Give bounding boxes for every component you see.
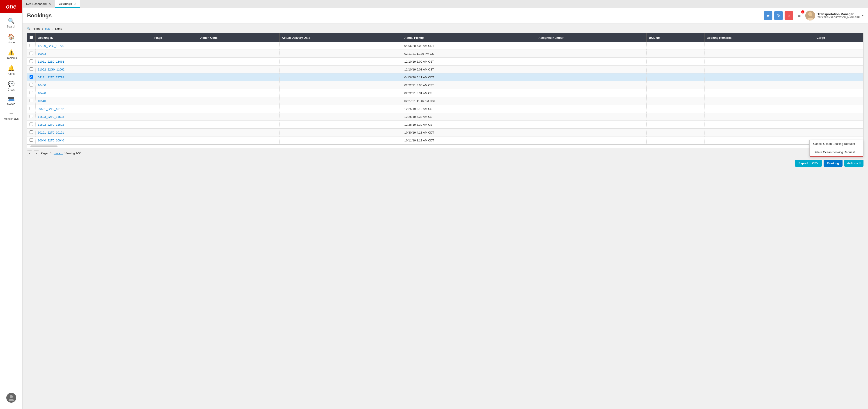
next-page-button[interactable]: › <box>34 150 39 156</box>
sidebar-item-problems[interactable]: ⚠️ Problems <box>0 46 22 62</box>
booking-id-link[interactable]: 39531_22T0_43152 <box>38 107 64 111</box>
sidebar-item-search[interactable]: 🔍 Search <box>0 15 22 31</box>
table-row[interactable]: 12700_22B0_12700 04/06/20 5.02 AM CDT <box>27 42 863 50</box>
row-checkbox-cell <box>27 50 35 58</box>
user-dropdown-arrow[interactable]: ▾ <box>862 14 864 17</box>
row-checkbox[interactable] <box>30 99 33 102</box>
page-title: Bookings <box>27 12 764 19</box>
filters-edit-link[interactable]: edit <box>45 27 50 30</box>
cargo-cell <box>814 89 863 97</box>
assigned-number-cell <box>536 58 647 66</box>
row-checkbox[interactable] <box>30 75 33 78</box>
horizontal-scrollbar[interactable] <box>27 145 864 148</box>
table-row[interactable]: 10083 02/11/21 11.36 PM CST <box>27 50 863 58</box>
sidebar-item-menus[interactable]: ☰ Menus/Favs <box>0 108 22 123</box>
row-checkbox[interactable] <box>30 52 33 55</box>
row-checkbox[interactable] <box>30 107 33 110</box>
table-row[interactable]: 10400 02/22/21 3.06 AM CST <box>27 81 863 89</box>
tab-close-neo-dashboard[interactable]: ✕ <box>49 2 51 6</box>
booking-id-link[interactable]: 11502_22T0_11502 <box>38 123 64 126</box>
row-checkbox[interactable] <box>30 91 33 94</box>
action-bar: Cancel Ocean Booking Request Delete Ocea… <box>27 158 864 168</box>
row-checkbox-cell <box>27 73 35 81</box>
sidebar-item-avatar[interactable] <box>0 390 22 407</box>
table-row[interactable]: 64131_22T0_73799 04/06/20 5.11 AM CDT <box>27 73 863 81</box>
actual-delivery-date-cell <box>279 58 402 66</box>
svg-marker-2 <box>13 97 14 99</box>
content-area: 🔍 Filters (edit): None Booking ID Flags … <box>23 24 868 409</box>
row-checkbox[interactable] <box>30 83 33 87</box>
table-row[interactable]: 10040_22T0_10040 10/11/19 1.13 AM CDT <box>27 136 863 144</box>
booking-id-link[interactable]: 11503_22T0_11503 <box>38 115 64 118</box>
actual-pickup-cell: 02/22/21 3.06 AM CST <box>402 81 536 89</box>
booking-id-link[interactable]: 10083 <box>38 52 46 56</box>
star-button[interactable]: ★ <box>764 11 772 20</box>
booking-id-cell: 11062_22G0_11062 <box>35 66 152 73</box>
delete-ocean-booking-item[interactable]: Delete Ocean Booking Request <box>810 148 863 157</box>
action-code-cell <box>198 89 280 97</box>
notification-badge: 1 <box>801 10 804 13</box>
booking-id-cell: 10083 <box>35 50 152 58</box>
booking-id-link[interactable]: 10040_22T0_10040 <box>38 139 64 142</box>
booking-id-link[interactable]: 11062_22G0_11062 <box>38 68 65 71</box>
app-logo[interactable]: one <box>0 0 22 13</box>
sidebar-item-switch[interactable]: Switch <box>0 94 22 108</box>
svg-point-9 <box>808 12 812 16</box>
row-checkbox[interactable] <box>30 130 33 134</box>
booking-id-link[interactable]: 10400 <box>38 83 46 87</box>
close-button[interactable]: ✕ <box>784 11 793 20</box>
booking-id-link[interactable]: 10540 <box>38 99 46 103</box>
row-checkbox-cell <box>27 121 35 129</box>
booking-id-link[interactable]: 64131_22T0_73799 <box>38 76 64 79</box>
actual-pickup-cell: 02/22/21 3.31 AM CST <box>402 89 536 97</box>
booking-id-cell: 11503_22T0_11503 <box>35 113 152 121</box>
action-code-cell <box>198 73 280 81</box>
sidebar-item-chats[interactable]: 💬 Chats <box>0 78 22 94</box>
prev-page-button[interactable]: ‹ <box>27 150 32 156</box>
row-checkbox[interactable] <box>30 60 33 63</box>
actual-pickup-cell: 12/25/19 3.39 AM CST <box>402 121 536 129</box>
user-info[interactable]: Transportation Manager TMS.TRANSPORTATIO… <box>805 10 864 21</box>
sidebar-item-alerts[interactable]: 🔔 Alerts <box>0 62 22 78</box>
bol-no-cell <box>647 66 704 73</box>
col-header-checkbox <box>27 33 35 42</box>
row-checkbox[interactable] <box>30 67 33 71</box>
tab-bookings[interactable]: Bookings ✕ <box>55 0 80 8</box>
row-checkbox[interactable] <box>30 44 33 47</box>
row-checkbox[interactable] <box>30 123 33 126</box>
actions-button[interactable]: Actions ▾ <box>844 160 864 167</box>
actual-delivery-date-cell <box>279 66 402 73</box>
table-row[interactable]: 10191_22T0_10191 10/30/19 4.13 AM CDT <box>27 129 863 136</box>
table-row[interactable]: 39531_22T0_43152 12/25/19 3.10 AM CST <box>27 105 863 113</box>
table-row[interactable]: 11503_22T0_11503 12/25/19 4.33 AM CST <box>27 113 863 121</box>
booking-id-link[interactable]: 11061_22B0_11061 <box>38 60 64 63</box>
more-pages-link[interactable]: more... <box>54 151 63 155</box>
booking-button[interactable]: Booking <box>824 160 842 167</box>
row-checkbox[interactable] <box>30 138 33 142</box>
row-checkbox[interactable] <box>30 115 33 118</box>
col-header-assigned-number: Assigned Number <box>536 33 647 42</box>
table-row[interactable]: 11061_22B0_11061 12/10/19 6.00 AM CST <box>27 58 863 66</box>
booking-id-link[interactable]: 12700_22B0_12700 <box>38 44 64 47</box>
tab-close-bookings[interactable]: ✕ <box>74 2 76 5</box>
booking-id-cell: 12700_22B0_12700 <box>35 42 152 50</box>
assigned-number-cell <box>536 81 647 89</box>
table-row[interactable]: 11062_22G0_11062 12/10/19 6.03 AM CST <box>27 66 863 73</box>
tab-neo-dashboard[interactable]: Neo Dashboard ✕ <box>23 0 55 7</box>
user-avatar-small <box>6 393 16 403</box>
refresh-button[interactable]: ↻ <box>774 11 783 20</box>
action-code-cell <box>198 66 280 73</box>
select-all-checkbox[interactable] <box>30 36 33 39</box>
cancel-ocean-booking-item[interactable]: Cancel Ocean Booking Request <box>810 140 863 148</box>
booking-id-link[interactable]: 10191_22T0_10191 <box>38 131 64 134</box>
table-row[interactable]: 10540 02/27/21 11.46 AM CST <box>27 97 863 105</box>
col-header-cargo: Cargo <box>814 33 863 42</box>
table-row[interactable]: 10420 02/22/21 3.31 AM CST <box>27 89 863 97</box>
action-code-cell <box>198 50 280 58</box>
sidebar-item-home[interactable]: 🏠 Home <box>0 31 22 46</box>
menu-button[interactable]: ≡ 1 <box>795 11 804 20</box>
row-checkbox-cell <box>27 81 35 89</box>
table-row[interactable]: 11502_22T0_11502 12/25/19 3.39 AM CST <box>27 121 863 129</box>
booking-id-link[interactable]: 10420 <box>38 92 46 95</box>
export-csv-button[interactable]: Export to CSV <box>795 160 822 167</box>
